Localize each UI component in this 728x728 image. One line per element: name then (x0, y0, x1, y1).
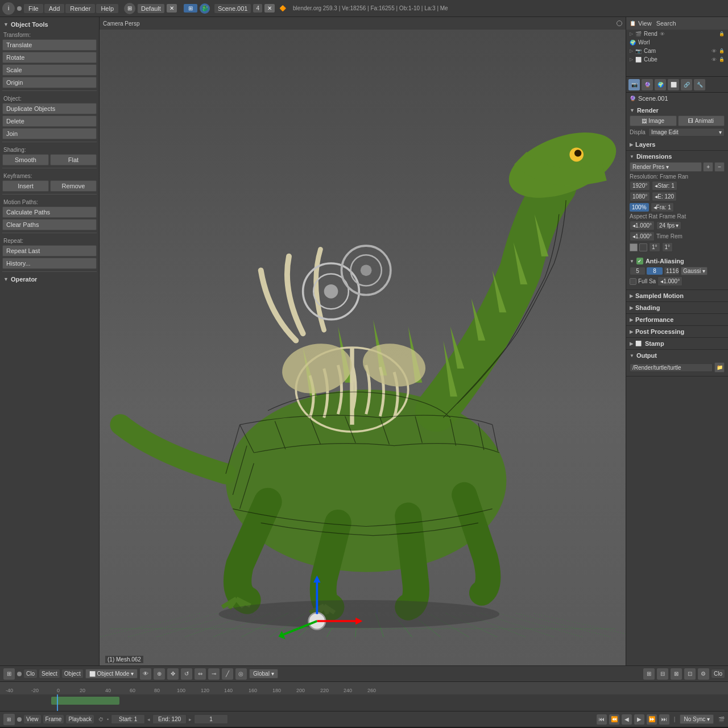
grid-1-icon[interactable]: ⊞ (643, 668, 655, 680)
layout-selector[interactable]: Default (138, 4, 164, 13)
gauss-select[interactable]: Gaussi ▾ (681, 267, 708, 275)
3d-viewport[interactable]: Camera Persp (100, 17, 626, 665)
outliner-item-world[interactable]: 🌍 Worl (626, 38, 728, 47)
repeat-last-button[interactable]: Repeat Last (2, 245, 97, 257)
res-y-field[interactable]: 1080° (630, 192, 650, 201)
aa-triangle[interactable]: ▼ (630, 259, 634, 264)
time-1a-field[interactable]: 1° (649, 242, 660, 252)
tab-btn[interactable]: ⊞ (184, 4, 197, 13)
view-pb-btn[interactable]: View (24, 715, 41, 723)
arrow-next[interactable]: ▸ (189, 717, 192, 722)
dimensions-triangle[interactable]: ▼ (630, 154, 634, 159)
scale-icon[interactable]: ⇔ (195, 668, 206, 680)
full-sa-checkbox[interactable] (630, 278, 636, 285)
skip-to-start-btn[interactable]: ⏮ (597, 714, 607, 725)
eye-icon-rend[interactable]: 👁 (660, 31, 665, 37)
timeline-track-area[interactable] (0, 694, 728, 711)
tool2-icon[interactable]: ╱ (222, 668, 233, 680)
output-header[interactable]: ▼ Output (630, 350, 725, 361)
remove-keyframe-button[interactable]: Remove (50, 180, 97, 192)
aa-5-field[interactable]: 5 (630, 267, 646, 275)
outliner-item-rend[interactable]: ▷ 🎬 Rend 👁 🔒 (626, 30, 728, 38)
history-button[interactable]: History... (2, 258, 97, 269)
rotate-button[interactable]: Rotate (2, 52, 97, 63)
add-preset-btn[interactable]: + (703, 162, 713, 172)
move-icon[interactable]: ✥ (167, 668, 179, 680)
translate-button[interactable]: Translate (2, 39, 97, 51)
rotate-icon[interactable]: ↺ (181, 668, 192, 680)
sampled-motion-header[interactable]: ▶ Sampled Motion (630, 290, 725, 301)
shad-triangle[interactable]: ▶ (630, 305, 633, 311)
image-render-btn[interactable]: 🖼 Image (630, 115, 677, 126)
search-menu[interactable]: Search (656, 20, 676, 27)
asp-y-field[interactable]: ◂1.000° (630, 231, 655, 241)
pivot-icon[interactable]: ◎ (235, 668, 247, 680)
color-sq-1[interactable] (630, 243, 638, 251)
flat-button[interactable]: Flat (50, 154, 97, 166)
sync-select[interactable]: No Sync ▾ (680, 714, 714, 724)
timeline-ruler[interactable]: -40 -20 0 20 40 60 80 100 120 140 160 18… (0, 682, 728, 694)
eye-icon-cam[interactable]: 👁 (712, 48, 717, 54)
scene-icon-prop[interactable]: 🔮 (642, 79, 653, 90)
layout-close-btn[interactable]: ✕ (167, 4, 177, 13)
outliner-item-cube[interactable]: ▷ ⬜ Cube 👁 🔒 (626, 55, 728, 64)
eye-icon-cube[interactable]: 👁 (712, 57, 717, 63)
aa-8-field[interactable]: 8 (647, 267, 663, 275)
options-icon[interactable]: ⚙ (698, 668, 709, 680)
dimensions-header[interactable]: ▼ Dimensions (630, 151, 725, 162)
res-x-field[interactable]: 1920° (630, 181, 650, 191)
view-menu[interactable]: View (638, 20, 652, 27)
object-icon-prop[interactable]: ⬜ (668, 79, 679, 90)
modifier-icon[interactable]: 🔧 (694, 79, 705, 90)
clear-paths-button[interactable]: Clear Paths (2, 219, 97, 230)
world-icon-prop[interactable]: 🌍 (655, 79, 666, 90)
current-frame-field[interactable]: 1 (194, 714, 228, 724)
mode-selector[interactable]: ⬜ Object Mode ▾ (85, 669, 138, 679)
join-button[interactable]: Join (2, 128, 97, 139)
duplicate-objects-button[interactable]: Duplicate Objects (2, 103, 97, 114)
view-menu-btn[interactable]: Clo (24, 669, 37, 678)
constraint-icon[interactable]: 🔗 (681, 79, 692, 90)
view-icon[interactable]: 👁 (140, 668, 151, 680)
close-label-btn[interactable]: Clo (712, 669, 725, 678)
perf-triangle[interactable]: ▶ (630, 317, 633, 322)
origin-button[interactable]: Origin (2, 77, 97, 88)
animation-render-btn[interactable]: 🎞 Animati (678, 115, 725, 126)
layers-header[interactable]: ▶ Layers (630, 139, 725, 150)
scene-close-btn[interactable]: ✕ (264, 4, 275, 13)
stamp-header[interactable]: ▶ ⬜ Stamp (630, 338, 725, 349)
smooth-button[interactable]: Smooth (2, 154, 49, 166)
output-path-field[interactable]: /Render/turtle/turtle (630, 363, 713, 372)
grid-4-icon[interactable]: ⊡ (684, 668, 696, 680)
menu-help[interactable]: Help (96, 4, 118, 13)
tool1-icon[interactable]: ⊸ (208, 668, 220, 680)
performance-header[interactable]: ▶ Performance (630, 314, 725, 325)
collapse-triangle[interactable]: ▼ (3, 22, 9, 27)
image-edit-select[interactable]: Image Edit ▾ (648, 128, 725, 136)
menu-render[interactable]: Render (65, 4, 95, 13)
delete-button[interactable]: Delete (2, 115, 97, 127)
time-1b-field[interactable]: 1° (662, 242, 673, 252)
fra-1-field[interactable]: ◂Fra: 1 (651, 202, 674, 212)
e-120-field[interactable]: ◂E: 120 (652, 192, 677, 201)
play-back-btn[interactable]: ◀ (622, 714, 632, 725)
scene-selector[interactable]: Scene.001 (214, 4, 251, 13)
color-sq-2[interactable] (639, 243, 647, 251)
operator-triangle[interactable]: ▼ (3, 276, 9, 282)
prev-keyframe-btn[interactable]: ⏪ (609, 714, 619, 725)
frame-pb-btn[interactable]: Frame (43, 715, 64, 723)
full-sa-val[interactable]: ◂1.000° (657, 276, 682, 286)
arrow-prev[interactable]: ◂ (147, 717, 150, 722)
grid-2-icon[interactable]: ⊟ (657, 668, 668, 680)
next-keyframe-btn[interactable]: ⏩ (647, 714, 657, 725)
viewport-canvas[interactable]: (1) Mesh.062 (100, 30, 626, 665)
scale-button[interactable]: Scale (2, 64, 97, 76)
snap-icon[interactable]: ⊕ (154, 668, 165, 680)
output-triangle[interactable]: ▼ (630, 353, 634, 358)
play-btn[interactable]: ▶ (634, 714, 644, 725)
fps-select[interactable]: 24 fps ▾ (656, 221, 681, 230)
remove-preset-btn[interactable]: − (714, 162, 725, 172)
shading-prop-header[interactable]: ▶ Shading (630, 302, 725, 313)
asp-x-field[interactable]: ◂1.000° (630, 221, 655, 230)
stamp-triangle[interactable]: ▶ (630, 341, 633, 346)
